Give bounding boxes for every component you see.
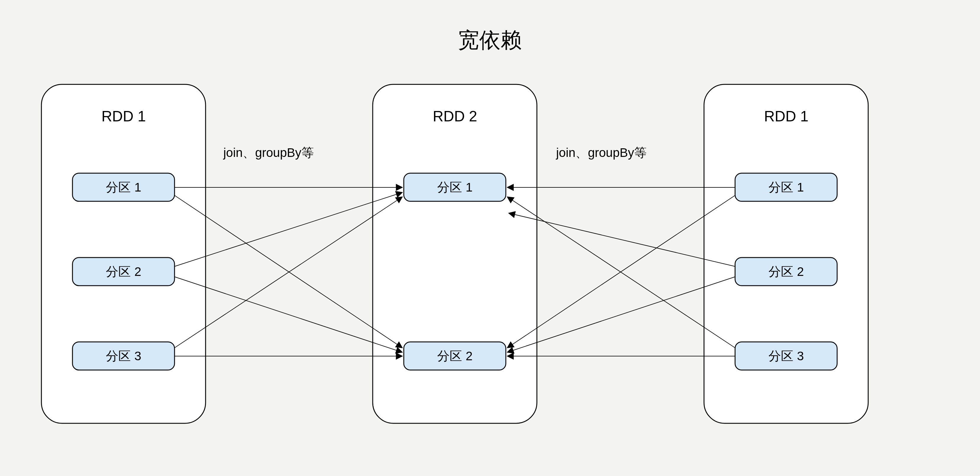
left-rdd-title: RDD 1 (102, 108, 146, 125)
svg-rect-1 (373, 85, 537, 423)
op-label-right: join、groupBy等 (555, 145, 647, 160)
svg-line-6 (175, 277, 402, 352)
right-partition-1-label: 分区 1 (768, 180, 804, 194)
right-partition-2-label: 分区 2 (768, 265, 804, 278)
wide-dependency-diagram: 宽依赖 RDD 1 分区 1 分区 2 分区 3 RDD 2 分区 1 分区 2… (0, 0, 980, 476)
left-partition-1-label: 分区 1 (106, 180, 141, 194)
svg-line-11 (509, 213, 735, 267)
left-partition-3-label: 分区 3 (106, 349, 141, 363)
center-rdd: RDD 2 分区 1 分区 2 (373, 85, 537, 423)
left-rdd: RDD 1 分区 1 分区 2 分区 3 (41, 85, 205, 423)
right-edges (507, 187, 735, 356)
right-partition-3-label: 分区 3 (768, 349, 804, 363)
svg-rect-0 (41, 85, 205, 423)
center-partition-1-label: 分区 1 (437, 180, 473, 194)
center-partition-2-label: 分区 2 (437, 349, 473, 363)
right-rdd-title: RDD 1 (764, 108, 808, 125)
svg-rect-2 (704, 85, 868, 423)
diagram-title: 宽依赖 (458, 28, 522, 52)
left-partition-2-label: 分区 2 (106, 265, 141, 278)
center-rdd-title: RDD 2 (433, 108, 477, 125)
right-rdd: RDD 1 分区 1 分区 2 分区 3 (704, 85, 868, 423)
left-edges (175, 187, 402, 356)
svg-line-5 (175, 192, 402, 267)
svg-line-12 (507, 277, 735, 352)
op-label-left: join、groupBy等 (223, 145, 314, 160)
